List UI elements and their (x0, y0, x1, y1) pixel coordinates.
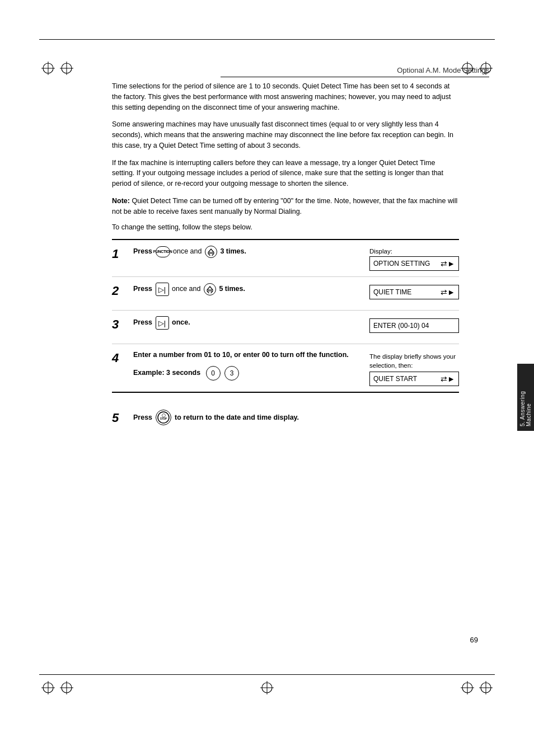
note-text: Quiet Detect Time can be turned off by e… (112, 197, 457, 215)
step1-middle: once and (173, 248, 204, 256)
para-1: Time selections for the period of silenc… (112, 81, 459, 112)
step-num-2: 2 (112, 283, 129, 298)
step-row-2: 2 Press ▷| once and 5 times. QUIET TIME … (112, 277, 459, 311)
display-arrow-2: ⇄► (441, 288, 455, 297)
step5-press: Press (133, 412, 152, 423)
svg-marker-27 (208, 249, 214, 252)
step-display-4: The display briefly shows your selection… (369, 350, 459, 386)
step-content-5: Press ◯ STOP to return to the date and t… (129, 410, 459, 425)
key-0[interactable]: 0 (206, 366, 221, 381)
up-down-button-2[interactable] (204, 283, 216, 295)
display-text-4: QUIET START (373, 375, 417, 383)
reg-mark-bl2 (59, 680, 74, 696)
svg-text:◯: ◯ (162, 414, 166, 417)
step-row-5: 5 Press ◯ STOP to return to the date and… (112, 404, 459, 431)
step-row-1: 1 Press FUNCTION once and 3 times. Displ… (112, 240, 459, 277)
reg-mark-bl (40, 680, 56, 696)
display-arrow-1: ⇄► (441, 259, 455, 268)
display-text-3: ENTER (00-10) 04 (373, 322, 429, 330)
step1-end: 3 times. (220, 248, 246, 256)
display-box-4: QUIET START ⇄► (369, 372, 459, 386)
display-box-3: ENTER (00-10) 04 (369, 318, 459, 333)
display-text-2: QUIET TIME (373, 288, 411, 296)
step-num-4: 4 (112, 350, 129, 365)
display-box-2: QUIET TIME ⇄► (369, 285, 459, 299)
page-number: 69 (470, 636, 478, 644)
para-2: Some answering machines may have unusual… (112, 119, 459, 151)
page-line-bottom (39, 674, 495, 675)
reg-mark-bc (259, 680, 275, 696)
svg-marker-29 (207, 287, 213, 290)
display-text-1: OPTION SETTING (373, 260, 430, 267)
reg-mark-tl2 (59, 60, 74, 76)
steps-table: 1 Press FUNCTION once and 3 times. Displ… (112, 239, 459, 393)
para-note: Note: Quiet Detect Time can be turned of… (112, 196, 459, 217)
up-down-button-1[interactable] (205, 246, 217, 258)
step-num-1: 1 (112, 246, 129, 261)
step-content-4: Enter a number from 01 to 10, or enter 0… (129, 350, 369, 381)
reg-mark-br (478, 680, 494, 696)
main-content: Time selections for the period of silenc… (112, 81, 459, 431)
svg-marker-28 (208, 253, 214, 256)
example-label: Example: 3 seconds (133, 369, 200, 377)
step-num-5: 5 (112, 410, 129, 425)
right-button-1[interactable]: ▷| (156, 283, 169, 296)
step3-middle: once. (172, 319, 190, 327)
reg-mark-br2 (460, 680, 475, 696)
side-tab: 5. Answering Machine (517, 364, 534, 431)
step-content-2: Press ▷| once and 5 times. (129, 283, 369, 296)
step-content-3: Press ▷| once. (129, 316, 369, 330)
note-label: Note: (112, 197, 130, 205)
stop-button[interactable]: ◯ STOP (156, 410, 171, 425)
page-header: Optional A.M. Mode Settings (221, 66, 489, 77)
function-button[interactable]: FUNCTION (156, 246, 170, 257)
page-line-top (39, 39, 495, 40)
para-intro: To change the setting, follow the steps … (112, 223, 459, 231)
display-box-1: OPTION SETTING ⇄► (369, 256, 459, 271)
step2-end: 5 times. (219, 285, 245, 293)
step-display-2: QUIET TIME ⇄► (369, 283, 459, 299)
header-title: Optional A.M. Mode Settings (397, 66, 489, 74)
step2-middle: once and (172, 285, 203, 293)
step3-press: Press (133, 319, 152, 327)
step2-press: Press (133, 285, 152, 293)
display-note-4: The display briefly shows your selection… (369, 352, 459, 370)
step1-press: Press (133, 248, 152, 256)
svg-text:STOP: STOP (160, 417, 167, 420)
right-button-2[interactable]: ▷| (156, 316, 169, 330)
step5-end: to return to the date and time display. (175, 412, 299, 423)
step-display-3: ENTER (00-10) 04 (369, 316, 459, 333)
step-content-1: Press FUNCTION once and 3 times. (129, 246, 369, 258)
step-row-4: 4 Enter a number from 01 to 10, or enter… (112, 344, 459, 392)
para-3: If the fax machine is interrupting calle… (112, 158, 459, 189)
key-3[interactable]: 3 (224, 366, 239, 381)
step-display-1: Display: OPTION SETTING ⇄► (369, 246, 459, 271)
step4-text: Enter a number from 01 to 10, or enter 0… (133, 350, 365, 360)
svg-marker-30 (207, 291, 213, 293)
step-num-3: 3 (112, 316, 129, 332)
example-row: Example: 3 seconds 0 3 (133, 366, 365, 381)
display-arrow-4: ⇄► (441, 374, 455, 383)
step-row-3: 3 Press ▷| once. ENTER (00-10) 04 (112, 311, 459, 344)
reg-mark-tl (40, 60, 56, 76)
display-label-1: Display: (369, 248, 459, 255)
